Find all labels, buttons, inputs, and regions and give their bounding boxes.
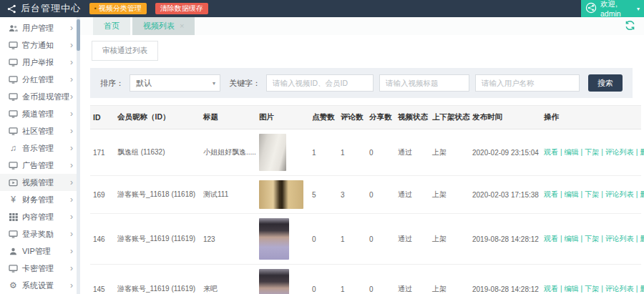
sidebar-item-label: 登录奖励 [22, 229, 70, 240]
sidebar: 用户管理›官方通知›用户举报›分红管理›金币提现管理›频道管理›社区管理›♫音乐… [0, 17, 80, 294]
girl-photo-2-thumbnail[interactable] [259, 269, 289, 294]
comment-list-link[interactable]: 评论列表 [605, 285, 634, 293]
sidebar-item-7[interactable]: ♫音乐管理› [0, 139, 80, 157]
column-header: 分享数 [366, 106, 395, 129]
username-input[interactable] [475, 74, 580, 92]
separator: | [636, 190, 638, 198]
comment-list-link[interactable]: 评论列表 [605, 190, 634, 198]
chevron-right-icon: › [70, 160, 73, 170]
delete-link[interactable]: 删除 [640, 285, 644, 293]
watch-link[interactable]: 观看 [544, 190, 558, 198]
cell-member: 游客账号_11619 (11619) [114, 265, 200, 294]
cell-id: 171 [90, 129, 114, 176]
cell-shelf: 上架 [429, 129, 469, 176]
video-title-input[interactable] [379, 74, 469, 92]
cell-time: 2020-02-09 23:15:04 [469, 129, 541, 176]
column-header: 上下架状态 [429, 106, 469, 129]
comment-list-link[interactable]: 评论列表 [605, 235, 634, 242]
gear-icon: ⚙ [7, 281, 19, 290]
column-header: ID [90, 106, 114, 129]
sidebar-item-label: VIP管理 [22, 246, 70, 257]
cell-time: 2019-08-28 14:28:12 [469, 214, 541, 265]
separator: | [560, 235, 562, 242]
sidebar-item-5[interactable]: 频道管理› [0, 105, 80, 122]
sidebar-scrollbar[interactable] [77, 17, 80, 294]
video-table: ID会员昵称（ID）标题图片点赞数评论数分享数视频状态上下架状态发布时间操作 1… [90, 105, 641, 294]
search-button[interactable]: 搜索 [588, 74, 623, 92]
sidebar-item-label: 分红管理 [22, 74, 70, 85]
tab-bar: 首页 视频列表 × [80, 17, 644, 35]
offshelf-link[interactable]: 下架 [585, 285, 599, 293]
chevron-right-icon: › [70, 109, 73, 119]
tab-video-list[interactable]: 视频列表 × [132, 17, 195, 35]
cell-shares: 0 [366, 265, 395, 294]
separator: | [601, 235, 603, 242]
edit-link[interactable]: 编辑 [565, 285, 579, 293]
offshelf-link[interactable]: 下架 [585, 190, 599, 198]
user-menu[interactable]: 欢迎, admin ▾ [581, 0, 644, 17]
chevron-right-icon: › [70, 74, 73, 84]
sidebar-item-8[interactable]: 广告管理› [0, 157, 80, 174]
sidebar-item-13[interactable]: VIP管理› [0, 242, 80, 260]
music-icon: ♫ [7, 144, 19, 152]
sidebar-item-label: 系统设置 [22, 280, 70, 291]
clear-cache-button[interactable]: 清除数据缓存 [155, 3, 208, 14]
sort-select[interactable]: 默认 ▾ [130, 74, 220, 92]
sidebar-item-3[interactable]: 分红管理› [0, 71, 80, 88]
square-icon: ▪ [94, 3, 97, 14]
cell-shares: 0 [366, 214, 395, 265]
edit-link[interactable]: 编辑 [565, 148, 579, 156]
refresh-icon[interactable] [625, 20, 635, 31]
topbar: 后台管理中心 ▪ 视频分类管理 清除数据缓存 欢迎, admin ▾ [0, 0, 644, 17]
room-photo-thumbnail[interactable] [259, 134, 286, 171]
table-row: 171飘逸组 (11632)小姐姐好飘逸.....110通过上架2020-02-… [90, 129, 641, 176]
separator: | [601, 148, 603, 156]
beach-photo-thumbnail[interactable] [259, 180, 303, 209]
sidebar-item-6[interactable]: 社区管理› [0, 122, 80, 139]
separator: | [581, 285, 583, 293]
girl-photo-thumbnail[interactable] [259, 218, 289, 260]
edit-link[interactable]: 编辑 [565, 235, 579, 242]
sidebar-item-label: 音乐管理 [22, 143, 70, 154]
sidebar-item-4[interactable]: 金币提现管理› [0, 88, 80, 105]
comment-list-link[interactable]: 评论列表 [605, 148, 634, 156]
cell-time: 2020-02-03 17:15:38 [469, 176, 541, 214]
cell-actions: 观看|编辑|下架|评论列表|删除 [541, 176, 641, 214]
sidebar-item-2[interactable]: 用户举报› [0, 54, 80, 71]
sidebar-item-label: 用户举报 [22, 57, 70, 68]
tab-home[interactable]: 首页 [93, 17, 130, 35]
sidebar-menu: 用户管理›官方通知›用户举报›分红管理›金币提现管理›频道管理›社区管理›♫音乐… [0, 19, 80, 294]
keyword-label: 关键字： [229, 78, 260, 89]
filter-bar: 排序： 默认 ▾ 关键字： 搜索 [90, 68, 633, 98]
keyword-input[interactable] [266, 74, 374, 92]
sidebar-item-11[interactable]: 内容管理› [0, 208, 80, 225]
sidebar-item-10[interactable]: ¥财务管理› [0, 191, 80, 208]
column-header: 图片 [256, 106, 309, 129]
subtab-approved-list[interactable]: 审核通过列表 [92, 41, 158, 61]
monitor-icon [7, 127, 19, 135]
cell-status: 通过 [395, 214, 429, 265]
edit-link[interactable]: 编辑 [565, 190, 579, 198]
cell-member: 游客账号_11618 (11618) [114, 176, 200, 214]
video-category-button[interactable]: ▪ 视频分类管理 [89, 3, 147, 14]
separator: | [560, 285, 562, 293]
watch-link[interactable]: 观看 [544, 235, 558, 242]
cell-likes: 5 [309, 176, 338, 214]
offshelf-link[interactable]: 下架 [585, 235, 599, 242]
sidebar-item-0[interactable]: 用户管理› [0, 19, 80, 36]
caret-down-icon: ▾ [213, 80, 215, 87]
delete-link[interactable]: 删除 [640, 235, 644, 242]
separator: | [560, 190, 562, 198]
offshelf-link[interactable]: 下架 [585, 148, 599, 156]
sidebar-item-1[interactable]: 官方通知› [0, 36, 80, 54]
sidebar-item-12[interactable]: 登录奖励› [0, 225, 80, 242]
sidebar-item-9[interactable]: 视频管理› [0, 174, 80, 191]
delete-link[interactable]: 删除 [640, 190, 644, 198]
sidebar-item-14[interactable]: 卡密管理› [0, 260, 80, 277]
watch-link[interactable]: 观看 [544, 285, 558, 293]
close-icon[interactable]: × [180, 22, 184, 30]
delete-link[interactable]: 删除 [640, 148, 644, 156]
cell-title: 123 [200, 214, 256, 265]
watch-link[interactable]: 观看 [544, 148, 558, 156]
sidebar-item-15[interactable]: ⚙系统设置› [0, 277, 80, 294]
